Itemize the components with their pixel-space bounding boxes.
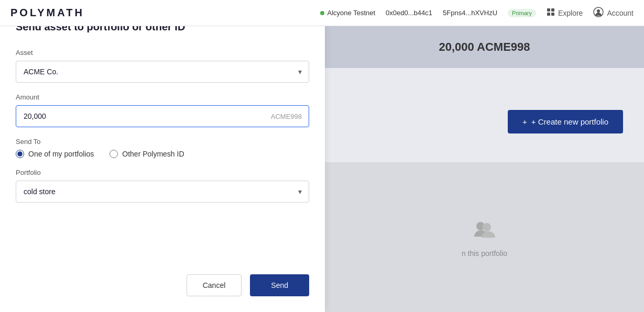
empty-portfolio-text: n this portfolio (462, 249, 507, 258)
portfolio-field-group: Portfolio cold store ▾ (16, 169, 309, 203)
svg-point-7 (483, 223, 491, 231)
account-nav[interactable]: Account (593, 7, 634, 19)
svg-rect-2 (547, 13, 550, 16)
cancel-button[interactable]: Cancel (187, 274, 242, 296)
svg-rect-0 (547, 8, 550, 12)
empty-portfolio-section: n this portfolio (325, 162, 644, 312)
balance-bar: 20,000 ACME998 (325, 26, 644, 68)
asset-field-group: Asset ACME Co. ▾ (16, 49, 309, 83)
asset-select-wrapper: ACME Co. ▾ (16, 61, 309, 83)
asset-label: Asset (16, 49, 309, 57)
radio-my-portfolios-input[interactable] (16, 150, 24, 158)
radio-other-id-input[interactable] (110, 150, 118, 158)
amount-label: Amount (16, 93, 309, 101)
grid-icon (547, 8, 555, 18)
amount-suffix: ACME998 (271, 113, 302, 120)
explore-nav[interactable]: Explore (547, 8, 583, 18)
plus-icon: + (522, 117, 527, 126)
asset-select[interactable]: ACME Co. (16, 61, 309, 83)
create-portfolio-label: + Create new portfolio (531, 117, 608, 126)
radio-group: One of my portfolios Other Polymesh ID (16, 150, 309, 158)
top-navigation: POLYMATH Alcyone Testnet 0x0ed0...b44c1 … (0, 0, 644, 26)
account-icon (593, 7, 604, 19)
amount-field-group: Amount ACME998 (16, 93, 309, 127)
primary-badge: Primary (508, 9, 536, 17)
portfolio-select[interactable]: cold store (16, 181, 309, 203)
amount-input[interactable] (16, 105, 309, 127)
radio-my-portfolios-label: One of my portfolios (28, 150, 94, 158)
network-name: Alcyone Testnet (328, 9, 376, 17)
key-id: 5Fpns4...hXVHzU (443, 9, 497, 17)
svg-point-5 (597, 9, 600, 13)
network-badge: Alcyone Testnet (320, 9, 376, 17)
portfolio-select-wrapper: cold store ▾ (16, 181, 309, 203)
portfolio-label: Portfolio (16, 169, 309, 176)
logo-area: POLYMATH (10, 7, 84, 19)
logo: POLYMATH (10, 7, 84, 19)
explore-label: Explore (558, 9, 583, 17)
radio-other-id[interactable]: Other Polymesh ID (110, 150, 184, 158)
balance-value: 20,000 ACME998 (439, 40, 530, 54)
svg-rect-3 (551, 13, 554, 16)
account-label: Account (607, 9, 634, 17)
portfolio-group-icon (471, 217, 497, 245)
send-to-group: Send To One of my portfolios Other Polym… (16, 138, 309, 158)
create-portfolio-button[interactable]: + + Create new portfolio (508, 110, 623, 133)
wallet-address: 0x0ed0...b44c1 (386, 9, 432, 17)
send-button[interactable]: Send (250, 274, 309, 296)
radio-my-portfolios[interactable]: One of my portfolios (16, 150, 94, 158)
amount-input-wrapper: ACME998 (16, 105, 309, 127)
footer-buttons: Cancel Send (16, 264, 309, 296)
nav-right: Alcyone Testnet 0x0ed0...b44c1 5Fpns4...… (320, 7, 634, 19)
network-status-dot (320, 11, 324, 15)
svg-rect-1 (551, 8, 554, 12)
send-asset-modal: Send asset to portfolio or other ID Asse… (0, 0, 325, 312)
radio-other-id-label: Other Polymesh ID (122, 150, 184, 158)
send-to-label: Send To (16, 138, 309, 146)
